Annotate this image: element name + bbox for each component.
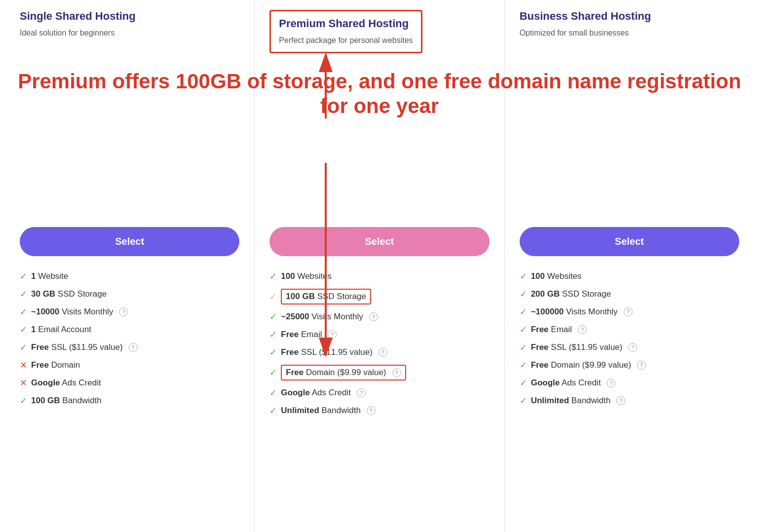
feature-text: ~25000 Visits Monthly [281, 312, 363, 322]
list-item: ✓ Unlimited Bandwidth ? [269, 405, 489, 416]
feature-text: Free SSL ($11.95 value) [31, 342, 123, 352]
plan-premium: Premium Shared Hosting Perfect package f… [255, 0, 504, 532]
list-item: ✓ ~100000 Visits Monthly ? [520, 306, 739, 317]
list-item: ✓ Free Email ? [520, 324, 739, 335]
check-icon: ✓ [269, 347, 277, 358]
list-item: ✓ Free SSL ($11.95 value) ? [269, 347, 489, 358]
feature-text: Unlimited Bandwidth [281, 406, 361, 416]
list-item: ✓ Google Ads Credit ? [520, 378, 739, 388]
feature-text: 30 GB SSD Storage [31, 289, 107, 299]
feature-text: 200 GB SSD Storage [531, 289, 611, 299]
list-item: ✓ 100 GB SSD Storage [269, 289, 489, 304]
feature-text: Free SSL ($11.95 value) [281, 347, 373, 357]
plan-single: Single Shared Hosting Ideal solution for… [5, 0, 255, 532]
info-icon[interactable]: ? [607, 379, 615, 387]
info-icon[interactable]: ? [367, 406, 376, 415]
feature-text: Google Ads Credit [31, 378, 101, 388]
plan-single-subtitle: Ideal solution for beginners [20, 28, 239, 38]
plan-single-features: ✓ 1 Website ✓ 30 GB SSD Storage ✓ ~10000… [20, 271, 239, 406]
feature-text: 100 GB Bandwidth [31, 396, 102, 406]
info-icon[interactable]: ? [628, 343, 637, 352]
domain-highlight-box: Free Domain ($9.99 value) ? [281, 365, 406, 380]
check-icon: ✓ [520, 324, 527, 335]
plan-single-select-area: Select [20, 227, 239, 256]
feature-text: Google Ads Credit [531, 378, 601, 388]
list-item: ✓ ~10000 Visits Monthly ? [20, 306, 239, 317]
info-icon[interactable]: ? [119, 307, 128, 316]
info-icon[interactable]: ? [578, 325, 587, 334]
plan-single-header: Single Shared Hosting Ideal solution for… [20, 10, 239, 69]
list-item: ✓ Free SSL ($11.95 value) ? [520, 342, 739, 353]
info-icon[interactable]: ? [357, 388, 366, 397]
list-item: ✓ Free Email ? [269, 329, 489, 340]
check-icon: ✓ [520, 289, 527, 300]
check-icon: ✓ [269, 311, 277, 322]
plan-premium-subtitle: Perfect package for personal websites [279, 35, 413, 46]
feature-text: 1 Email Account [31, 325, 91, 335]
list-item: ✓ Free Domain ($9.99 value) ? [520, 360, 739, 371]
list-item: ✓ 1 Website [20, 271, 239, 282]
check-icon: ✓ [20, 306, 27, 317]
plan-business-features: ✓ 100 Websites ✓ 200 GB SSD Storage ✓ ~1… [520, 271, 739, 406]
check-icon: ✓ [520, 342, 527, 353]
list-item: ✓ 1 Email Account [20, 324, 239, 335]
feature-text: 1 Website [31, 271, 68, 281]
info-icon[interactable]: ? [624, 307, 633, 316]
plan-business-select-button[interactable]: Select [520, 227, 739, 256]
list-item: ✓ Google Ads Credit ? [269, 387, 489, 398]
plan-single-title: Single Shared Hosting [20, 10, 239, 23]
plan-premium-select-area: Select [269, 227, 489, 256]
check-icon: ✓ [20, 395, 27, 406]
list-item: ✓ Unlimited Bandwidth ? [520, 395, 739, 406]
check-icon: ✓ [269, 329, 277, 340]
feature-text: ~100000 Visits Monthly [531, 307, 618, 317]
list-item: ✓ 30 GB SSD Storage [20, 289, 239, 300]
list-item: ✓ 100 GB Bandwidth [20, 395, 239, 406]
feature-text: Unlimited Bandwidth [531, 396, 611, 406]
info-icon[interactable]: ? [392, 368, 401, 377]
info-icon[interactable]: ? [369, 312, 378, 321]
feature-text: ~10000 Visits Monthly [31, 307, 113, 317]
list-item: ✓ Free SSL ($11.95 value) ? [20, 342, 239, 353]
premium-highlight-box: Premium Shared Hosting Perfect package f… [269, 10, 422, 53]
feature-text: Free Email [531, 325, 572, 335]
list-item: ✓ Free Domain ($9.99 value) ? [269, 365, 489, 380]
check-icon: ✓ [20, 342, 27, 353]
feature-text: Free Domain ($9.99 value) [286, 368, 386, 378]
plan-premium-select-button[interactable]: Select [269, 227, 489, 256]
feature-text: 100 Websites [281, 271, 332, 281]
plan-business-header: Business Shared Hosting Optimized for sm… [520, 10, 739, 69]
feature-text: 100 Websites [531, 271, 582, 281]
feature-text: Free SSL ($11.95 value) [531, 342, 623, 352]
feature-text: Free Domain ($9.99 value) [531, 360, 631, 370]
plan-premium-header: Premium Shared Hosting Perfect package f… [269, 10, 489, 69]
plan-premium-title: Premium Shared Hosting [279, 17, 413, 30]
plan-single-select-button[interactable]: Select [20, 227, 239, 256]
plan-premium-features: ✓ 100 Websites ✓ 100 GB SSD Storage ✓ ~2… [269, 271, 489, 416]
check-icon: ✓ [269, 405, 277, 416]
check-icon: ✓ [520, 378, 527, 388]
plan-business: Business Shared Hosting Optimized for sm… [505, 0, 754, 532]
info-icon[interactable]: ? [129, 343, 138, 352]
info-icon[interactable]: ? [637, 361, 646, 370]
list-item: ✕ Google Ads Credit [20, 378, 239, 388]
check-icon: ✓ [20, 324, 27, 335]
info-icon[interactable]: ? [328, 330, 337, 339]
check-icon: ✓ [20, 289, 27, 300]
cross-icon: ✕ [20, 360, 27, 371]
plan-business-title: Business Shared Hosting [520, 10, 739, 23]
check-icon: ✓ [269, 271, 277, 282]
check-icon: ✓ [520, 395, 527, 406]
feature-text: Free Domain [31, 360, 80, 370]
check-icon: ✓ [520, 306, 527, 317]
list-item: ✕ Free Domain [20, 360, 239, 371]
list-item: ✓ 200 GB SSD Storage [520, 289, 739, 300]
check-icon: ✓ [269, 367, 277, 378]
list-item: ✓ ~25000 Visits Monthly ? [269, 311, 489, 322]
info-icon[interactable]: ? [616, 396, 625, 405]
info-icon[interactable]: ? [379, 348, 387, 357]
check-icon: ✓ [269, 387, 277, 398]
check-icon: ✓ [520, 360, 527, 371]
storage-highlight-box: 100 GB SSD Storage [281, 289, 371, 304]
check-icon: ✓ [269, 291, 277, 302]
